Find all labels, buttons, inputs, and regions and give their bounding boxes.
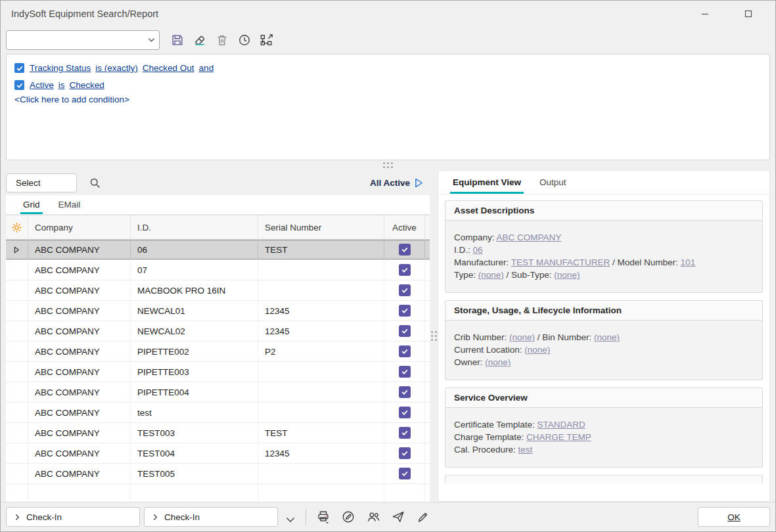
detail-link[interactable]: 06 [473, 245, 483, 255]
app-window: IndySoft Equipment Search/Report [0, 0, 776, 532]
column-header-company[interactable]: Company [28, 215, 131, 239]
cell-serial [258, 362, 384, 382]
detail-line: Certificate Template: STANDARD [454, 418, 754, 431]
tab-output[interactable]: Output [530, 171, 576, 194]
history-button[interactable] [235, 30, 254, 50]
preset-combo[interactable] [6, 30, 160, 50]
maximize-button[interactable] [741, 7, 756, 21]
table-row[interactable]: ABC COMPANYNEWCAL0212345 [6, 321, 430, 342]
cell-active [384, 240, 425, 259]
condition-link[interactable]: Active [30, 78, 54, 93]
condition-link[interactable]: and [199, 60, 214, 76]
detail-link[interactable]: ABC COMPANY [497, 233, 562, 242]
condition-checkbox[interactable] [14, 80, 24, 90]
table-row[interactable]: ABC COMPANYNEWCAL0112345 [6, 301, 430, 321]
combo-chevron-icon[interactable] [143, 31, 159, 49]
users-button[interactable] [363, 507, 384, 527]
scope-selector[interactable]: All Active [370, 178, 430, 188]
condition-link[interactable]: Checked Out [143, 60, 194, 76]
cell-empty [6, 484, 28, 502]
table-row[interactable]: ABC COMPANYPIPETTE004 [6, 382, 430, 403]
print-button[interactable] [313, 507, 334, 527]
detail-link[interactable]: (none) [524, 345, 550, 355]
active-checkbox[interactable] [399, 244, 411, 255]
table-row[interactable]: ABC COMPANYMACBOOK PRO 16IN [6, 280, 430, 301]
condition-link[interactable]: Checked [70, 78, 104, 93]
titlebar: IndySoft Equipment Search/Report [1, 1, 775, 27]
delete-button[interactable] [212, 30, 232, 50]
condition-link[interactable]: is [58, 78, 65, 93]
detail-label: Type: [454, 270, 478, 280]
detail-link[interactable]: (none) [478, 270, 504, 280]
checkin-button-1[interactable]: Check-In [6, 507, 140, 527]
active-checkbox[interactable] [399, 468, 411, 479]
active-checkbox[interactable] [399, 345, 411, 357]
cell-filler [425, 342, 430, 361]
row-indicator [6, 280, 28, 300]
detail-line: I.D.: 06 [454, 244, 754, 256]
row-indicator [6, 301, 28, 321]
table-row[interactable]: ABC COMPANYtest [6, 403, 430, 423]
tab-grid[interactable]: Grid [14, 195, 49, 214]
sign-button[interactable] [413, 507, 434, 527]
eraser-icon [193, 33, 206, 47]
detail-link[interactable]: (none) [554, 270, 580, 280]
detail-label: Company: [454, 233, 497, 242]
active-checkbox[interactable] [399, 366, 411, 378]
active-checkbox[interactable] [399, 427, 411, 439]
column-header-serial[interactable]: Serial Number [258, 215, 384, 239]
send-button[interactable] [388, 507, 409, 527]
save-button[interactable] [168, 30, 187, 50]
active-checkbox[interactable] [399, 264, 411, 276]
tab-email[interactable]: EMail [49, 195, 90, 214]
edit-button[interactable] [338, 507, 359, 527]
tab-equipment-view[interactable]: Equipment View [444, 171, 530, 194]
active-checkbox[interactable] [399, 325, 411, 337]
active-checkbox[interactable] [399, 407, 411, 418]
cell-filler [425, 301, 430, 321]
table-row[interactable]: ABC COMPANYTEST00412345 [6, 443, 430, 464]
table-row[interactable]: ABC COMPANY06TEST [6, 240, 430, 260]
condition-checkbox[interactable] [14, 63, 24, 73]
detail-link[interactable]: test [518, 445, 533, 454]
clear-button[interactable] [190, 30, 210, 50]
table-row[interactable]: ABC COMPANYPIPETTE003 [6, 362, 430, 382]
checkin-button-2[interactable]: Check-In [144, 507, 278, 527]
condition-link[interactable]: Tracking Status [30, 60, 91, 76]
search-button[interactable] [85, 173, 104, 192]
column-header-active[interactable]: Active [384, 215, 425, 239]
active-checkbox[interactable] [399, 447, 411, 459]
condition-link[interactable]: is (exactly) [95, 60, 138, 76]
table-row[interactable]: ABC COMPANY07 [6, 260, 430, 280]
table-row[interactable]: ABC COMPANYTEST003TEST [6, 423, 430, 443]
more-actions-button[interactable] [282, 507, 299, 527]
column-header-id[interactable]: I.D. [131, 215, 258, 239]
window-controls [698, 7, 765, 21]
ok-button[interactable]: OK [698, 507, 770, 527]
detail-link[interactable]: CHARGE TEMP [526, 432, 591, 442]
horizontal-splitter[interactable] [1, 160, 775, 170]
active-checkbox[interactable] [399, 284, 411, 296]
detail-link[interactable]: STANDARD [537, 420, 585, 430]
cell-id: 06 [131, 240, 258, 259]
vertical-splitter[interactable] [430, 170, 438, 502]
active-checkbox[interactable] [399, 305, 411, 317]
cell-serial [258, 280, 384, 300]
minimize-button[interactable] [698, 7, 712, 21]
detail-link[interactable]: (none) [594, 332, 620, 342]
detail-link[interactable]: (none) [485, 357, 511, 367]
table-row[interactable]: ABC COMPANYPIPETTE002P2 [6, 342, 430, 362]
active-checkbox[interactable] [399, 386, 411, 398]
row-indicator [6, 443, 28, 463]
detail-link[interactable]: 101 [681, 257, 696, 267]
select-button[interactable]: Select [6, 173, 77, 192]
table-row[interactable]: ABC COMPANYTEST005 [6, 464, 430, 484]
preset-combo-input[interactable] [7, 35, 143, 45]
detail-link[interactable]: TEST MANUFACTURER [511, 257, 610, 267]
detail-link[interactable]: (none) [509, 332, 535, 342]
minimize-icon [701, 10, 709, 18]
cell-company: ABC COMPANY [28, 443, 131, 463]
tree-export-button[interactable] [257, 30, 277, 50]
grid-corner-cell[interactable] [6, 215, 28, 239]
add-condition-link[interactable]: <Click here to add condition> [14, 95, 762, 104]
